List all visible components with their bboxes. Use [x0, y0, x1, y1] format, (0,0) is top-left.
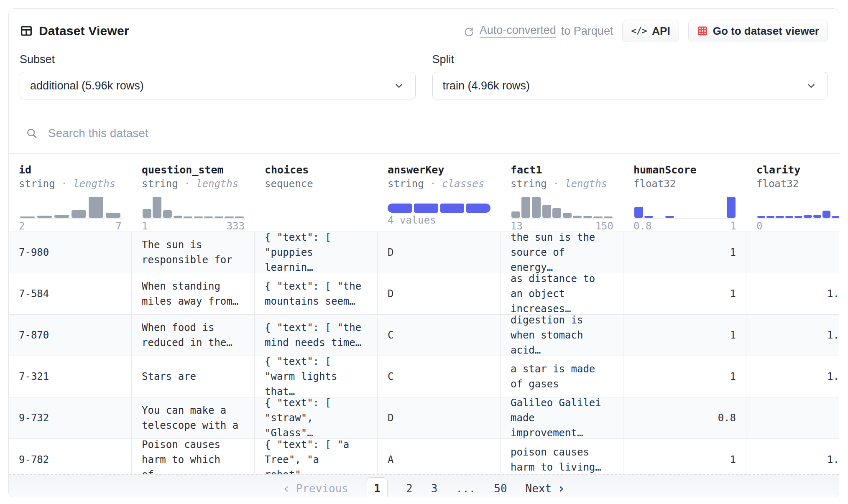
cell-id[interactable]: 7-980	[9, 232, 132, 273]
column-name: fact1	[511, 163, 613, 177]
histogram-bar	[831, 196, 839, 218]
column-type: string · lengths	[142, 177, 245, 191]
page-current[interactable]: 1	[367, 477, 388, 497]
table-row: 7-584When standing miles away from…{ "te…	[9, 273, 839, 315]
cell-choices[interactable]: { "text": [ "straw", "Glass"…	[255, 397, 378, 438]
cell-humanScore[interactable]: 1	[623, 273, 746, 314]
cell-humanScore[interactable]: 1	[623, 232, 746, 273]
cell-fact1[interactable]: poison causes harm to living…	[501, 439, 623, 474]
split-control: Split train (4.96k rows)	[432, 53, 828, 99]
histogram-bar	[173, 196, 183, 218]
histogram-bar	[654, 196, 664, 218]
column-histogram[interactable]: 13150	[511, 196, 613, 232]
cell-choices[interactable]: { "text": [ "a Tree", "a robot"…	[255, 439, 378, 474]
search-input[interactable]: Search this dataset	[48, 127, 148, 140]
cell-question_stem[interactable]: When food is reduced in the…	[132, 315, 255, 356]
column-histogram[interactable]: 0.81	[633, 196, 736, 232]
histogram-bar	[214, 196, 224, 218]
cell-answerKey[interactable]: C	[378, 356, 501, 397]
histogram-bar	[541, 196, 552, 218]
cell-answerKey[interactable]: D	[378, 232, 501, 273]
column-type: string · lengths	[511, 177, 613, 191]
cell-fact1[interactable]: digestion is when stomach acid…	[501, 315, 623, 356]
cell-choices[interactable]: { "text": [ "puppies learnin…	[255, 232, 378, 273]
histogram-bar	[36, 196, 53, 218]
cell-clarity[interactable]: 1.	[746, 273, 839, 314]
histogram-bar	[162, 196, 173, 218]
cell-fact1[interactable]: the sun is the source of energy…	[501, 232, 623, 273]
page-number[interactable]: 50	[494, 482, 507, 495]
cell-answerKey[interactable]: D	[378, 273, 501, 314]
split-select[interactable]: train (4.96k rows)	[432, 72, 828, 99]
histogram-bar	[70, 196, 87, 218]
histogram-bar	[152, 196, 163, 218]
cell-humanScore[interactable]: 1	[623, 315, 746, 356]
subset-value: additional (5.96k rows)	[30, 79, 144, 92]
chevron-left-icon: ‹	[283, 482, 290, 495]
histogram-bar	[562, 196, 572, 218]
table-row: 7-321Stars are{ "text": [ "warm lights t…	[9, 356, 839, 397]
cell-humanScore[interactable]: 0.8	[623, 397, 746, 438]
cell-question_stem[interactable]: The sun is responsible for	[132, 232, 255, 273]
histogram-label: 4 values	[388, 214, 490, 226]
cell-id[interactable]: 9-732	[9, 397, 132, 438]
column-histogram[interactable]: 27	[19, 196, 122, 232]
cell-fact1[interactable]: Galileo Galilei made improvement…	[501, 397, 623, 438]
cell-choices[interactable]: { "text": [ "the mountains seem…	[255, 273, 378, 314]
split-label: Split	[432, 53, 828, 66]
column-type: float32	[756, 177, 839, 191]
table-row: 9-782Poison causes harm to which of…{ "t…	[9, 439, 839, 474]
previous-page-button[interactable]: ‹ Previous	[283, 482, 348, 495]
column-name: question_stem	[142, 163, 245, 177]
api-button[interactable]: </> API	[622, 20, 679, 42]
histogram-bar	[531, 196, 541, 218]
cell-id[interactable]: 9-782	[9, 439, 132, 474]
table-row: 9-732You can make a telescope with a{ "t…	[9, 397, 839, 439]
page-number[interactable]: 3	[431, 482, 438, 495]
column-histogram[interactable]: 0	[756, 196, 839, 232]
column-histogram[interactable]: 4 values	[388, 204, 490, 226]
cell-id[interactable]: 7-584	[9, 273, 132, 314]
histogram-bar	[822, 196, 831, 218]
cell-clarity[interactable]	[746, 232, 839, 273]
cell-clarity[interactable]	[746, 397, 839, 438]
histogram-bar	[644, 196, 654, 218]
cell-clarity[interactable]: 1.	[746, 439, 839, 474]
cell-id[interactable]: 7-870	[9, 315, 132, 356]
go-to-dataset-viewer-button[interactable]: Go to dataset viewer	[688, 20, 828, 42]
cell-fact1[interactable]: a star is made of gases	[501, 356, 623, 397]
table-row: 7-980The sun is responsible for{ "text":…	[9, 232, 839, 273]
cell-fact1[interactable]: as distance to an object increases…	[501, 273, 623, 314]
search-bar[interactable]: Search this dataset	[9, 113, 839, 154]
cell-choices[interactable]: { "text": [ "warm lights that…	[255, 356, 378, 397]
cell-humanScore[interactable]: 1	[623, 439, 746, 474]
cell-clarity[interactable]: 1.	[746, 356, 839, 397]
histogram-bar	[183, 196, 193, 218]
cell-question_stem[interactable]: When standing miles away from…	[132, 273, 255, 314]
cell-id[interactable]: 7-321	[9, 356, 132, 397]
auto-converted-note: Auto-converted to Parquet	[463, 24, 613, 38]
histogram-bar	[603, 196, 613, 218]
auto-converted-link[interactable]: Auto-converted	[480, 24, 556, 38]
cell-question_stem[interactable]: Stars are	[132, 356, 255, 397]
histogram-bar	[234, 196, 245, 218]
histogram-bar	[705, 196, 716, 218]
cell-question_stem[interactable]: Poison causes harm to which of…	[132, 439, 255, 474]
class-segment	[440, 204, 465, 213]
cell-answerKey[interactable]: D	[378, 397, 501, 438]
subset-select[interactable]: additional (5.96k rows)	[20, 72, 416, 99]
refresh-icon	[463, 25, 475, 37]
histogram-ticks: 0.81	[633, 220, 736, 232]
cell-humanScore[interactable]: 1	[623, 356, 746, 397]
cell-choices[interactable]: { "text": [ "the mind needs time…	[255, 315, 378, 356]
cell-question_stem[interactable]: You can make a telescope with a	[132, 397, 255, 438]
cell-clarity[interactable]: 1.	[746, 315, 839, 356]
cell-answerKey[interactable]: C	[378, 315, 501, 356]
histogram-bar	[794, 196, 803, 218]
column-histogram[interactable]: 1333	[142, 196, 245, 232]
column-type: string · lengths	[19, 177, 122, 191]
cell-answerKey[interactable]: A	[378, 439, 501, 474]
page-number[interactable]: 2	[406, 482, 413, 495]
auto-converted-rest: to Parquet	[561, 25, 613, 38]
next-page-button[interactable]: Next ›	[526, 482, 565, 495]
